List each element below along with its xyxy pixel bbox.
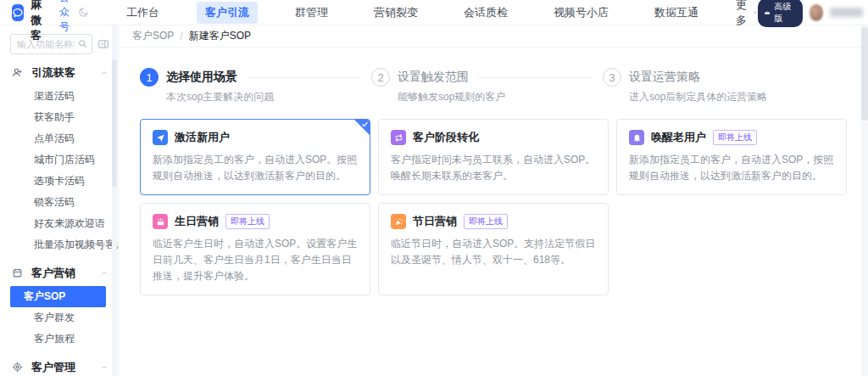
official-account-link[interactable]: 公众号 xyxy=(59,0,70,34)
step-number: 1 xyxy=(140,68,159,87)
scene-card-description: 临近客户生日时，自动进入SOP。设置客户生日前几天、客户生日当月1日，客户生日当… xyxy=(153,236,358,284)
brand-name: 芝麻微客 xyxy=(31,0,47,43)
coming-soon-badge: 即将上线 xyxy=(464,214,508,229)
username-redacted xyxy=(830,8,862,17)
step-title: 设置触发范围 xyxy=(398,70,469,85)
chat-bubble-logo-icon xyxy=(12,4,24,21)
sidebar-scrollbar[interactable] xyxy=(112,25,117,376)
nav-tab[interactable]: 客户引流 xyxy=(197,2,258,24)
nav-tab[interactable]: 营销裂变 xyxy=(365,2,426,24)
sidebar-item[interactable]: 获客助手 xyxy=(10,107,106,128)
step-title: 设置运营策略 xyxy=(629,70,700,85)
more-menu[interactable]: 更多 xyxy=(736,0,758,28)
main-panel: 客户SOP / 新建客户SOP 1选择使用场景本次sop主要解决的问题2设置触发… xyxy=(119,25,868,376)
step-number: 2 xyxy=(371,68,390,87)
cake-icon xyxy=(153,214,168,229)
plan-badge-label: 高级版 xyxy=(774,1,794,25)
nav-tab[interactable]: 数据互通 xyxy=(646,2,707,24)
scene-card-grid: 激活新用户新添加指定员工的客户，自动进入SOP。按照规则自动推送，以达到激活新客… xyxy=(140,119,851,295)
avatar[interactable] xyxy=(810,4,824,21)
conversion-icon xyxy=(391,130,406,145)
sidebar-item[interactable]: 点单活码 xyxy=(10,128,106,149)
step-subtitle: 进入sop后制定具体的运营策略 xyxy=(629,90,767,104)
breadcrumb-parent[interactable]: 客户SOP xyxy=(132,29,174,43)
scene-card-title: 节日营销 xyxy=(413,214,457,229)
more-label: 更多 xyxy=(736,0,749,28)
chevron-up-icon xyxy=(101,364,108,371)
step-subtitle: 能够触发sop规则的客户 xyxy=(398,90,603,104)
bell-icon xyxy=(629,130,644,145)
scene-card-description: 客户指定时间未与员工联系，自动进入SOP。唤醒长期未联系的老客户。 xyxy=(391,152,596,184)
chevron-up-icon xyxy=(101,270,108,277)
scene-card[interactable]: 节日营销即将上线临近节日时，自动进入SOP。支持法定节假日以及圣诞节、情人节、双… xyxy=(378,203,609,295)
sidebar-section-header[interactable]: 客户营销 xyxy=(0,260,118,286)
user-plus-icon xyxy=(12,67,24,78)
sidebar-item[interactable]: 渠道活码 xyxy=(10,86,106,107)
nav-tab[interactable]: 会话质检 xyxy=(455,2,516,24)
topbar-right: 高级版 xyxy=(758,0,868,27)
sidebar: 引流获客渠道活码获客助手点单活码城市门店活码选项卡活码锁客活码好友来源欢迎语批量… xyxy=(0,25,119,376)
party-popper-icon xyxy=(391,214,406,229)
step: 2设置触发范围能够触发sop规则的客户 xyxy=(371,68,603,104)
breadcrumb-current: 新建客户SOP xyxy=(189,29,251,43)
nav-tab[interactable]: 工作台 xyxy=(118,2,168,24)
nav-tab[interactable]: 视频号小店 xyxy=(545,2,617,24)
crown-icon xyxy=(764,8,771,17)
nav-tabs: 工作台客户引流群管理营销裂变会话质检视频号小店数据互通 xyxy=(118,2,707,24)
scene-card-description: 临近节日时，自动进入SOP。支持法定节假日以及圣诞节、情人节、双十一、618等。 xyxy=(391,236,596,268)
scene-card-title: 客户阶段转化 xyxy=(413,130,479,145)
scene-card[interactable]: 生日营销即将上线临近客户生日时，自动进入SOP。设置客户生日前几天、客户生日当月… xyxy=(140,203,370,295)
sidebar-item[interactable]: 客户SOP xyxy=(10,286,106,307)
sidebar-section-header[interactable]: 客户管理 xyxy=(0,354,118,376)
sidebar-section-title: 客户管理 xyxy=(31,360,101,375)
search-icon xyxy=(77,38,88,49)
step-number: 3 xyxy=(603,68,621,87)
scene-card-title: 激活新用户 xyxy=(175,130,230,145)
scene-card[interactable]: 唤醒老用户即将上线新添加指定员工的客户，自动进入SOP，按照规则自动推送，以达到… xyxy=(616,119,847,195)
selected-corner-check-icon xyxy=(353,119,370,136)
step-connector xyxy=(479,77,593,78)
steps-bar: 1选择使用场景本次sop主要解决的问题2设置触发范围能够触发sop规则的客户3设… xyxy=(140,68,843,104)
topbar: 芝麻微客 公众号 工作台客户引流群管理营销裂变会话质检视频号小店数据互通 更多 … xyxy=(0,0,868,25)
breadcrumb-separator: / xyxy=(180,31,182,42)
step: 3设置运营策略进入sop后制定具体的运营策略 xyxy=(603,68,767,104)
sidebar-item[interactable]: 好友来源欢迎语 xyxy=(10,213,106,234)
step-connector xyxy=(248,77,361,78)
gear-icon xyxy=(12,362,24,373)
breadcrumb: 客户SOP / 新建客户SOP xyxy=(119,25,868,48)
app-logo: 芝麻微客 xyxy=(12,0,47,43)
sidebar-item[interactable]: 城市门店活码 xyxy=(10,149,106,171)
sidebar-item[interactable]: 客户群发 xyxy=(10,307,106,328)
plan-badge[interactable]: 高级版 xyxy=(758,0,803,27)
scene-card-description: 新添加指定员工的客户，自动进入SOP，按照规则自动推送，以达到激活新客户的目的。 xyxy=(629,152,834,184)
step-title: 选择使用场景 xyxy=(166,70,237,85)
scene-card[interactable]: 激活新用户新添加指定员工的客户，自动进入SOP。按照规则自动推送，以达到激活新客… xyxy=(140,119,370,195)
sidebar-section-title: 客户营销 xyxy=(31,266,101,281)
scene-card-title: 生日营销 xyxy=(175,214,219,229)
chevron-up-icon xyxy=(101,70,108,76)
collapse-sidebar-icon[interactable] xyxy=(97,38,109,50)
sidebar-item[interactable]: 锁客活码 xyxy=(10,192,106,213)
sidebar-item[interactable]: 批量添加视频号客户 xyxy=(10,234,106,255)
sidebar-nav: 引流获客渠道活码获客助手点单活码城市门店活码选项卡活码锁客活码好友来源欢迎语批量… xyxy=(0,59,118,376)
coming-soon-badge: 即将上线 xyxy=(225,214,270,229)
app-window: 芝麻微客 公众号 工作台客户引流群管理营销裂变会话质检视频号小店数据互通 更多 … xyxy=(0,0,868,376)
content-area: 1选择使用场景本次sop主要解决的问题2设置触发范围能够触发sop规则的客户3设… xyxy=(119,48,868,376)
moon-icon[interactable] xyxy=(78,7,89,18)
sidebar-item[interactable]: 选项卡活码 xyxy=(10,171,106,192)
page-scrollbar[interactable] xyxy=(861,25,868,376)
step: 1选择使用场景本次sop主要解决的问题 xyxy=(140,68,371,104)
calendar-icon xyxy=(12,267,24,278)
paper-plane-icon xyxy=(153,130,168,145)
scene-card-title: 唤醒老用户 xyxy=(651,130,706,145)
nav-tab[interactable]: 群管理 xyxy=(287,2,337,24)
step-subtitle: 本次sop主要解决的问题 xyxy=(166,90,371,104)
coming-soon-badge: 即将上线 xyxy=(713,130,757,145)
sidebar-section-title: 引流获客 xyxy=(31,65,101,81)
sidebar-item[interactable]: 客户旅程 xyxy=(10,328,106,350)
sidebar-section-header[interactable]: 引流获客 xyxy=(0,59,118,86)
scene-card[interactable]: 客户阶段转化客户指定时间未与员工联系，自动进入SOP。唤醒长期未联系的老客户。 xyxy=(378,119,609,195)
scene-card-description: 新添加指定员工的客户，自动进入SOP。按照规则自动推送，以达到激活新客户的目的。 xyxy=(153,152,358,184)
